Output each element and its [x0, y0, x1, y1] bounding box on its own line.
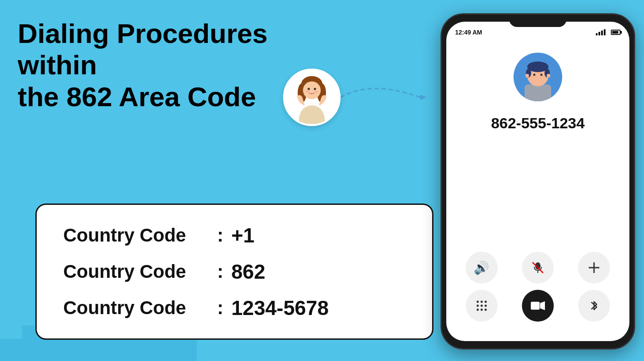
svg-rect-11 [0, 339, 24, 361]
info-row-1: Country Code : +1 [63, 217, 410, 253]
value-3: 1234-5678 [231, 296, 329, 320]
add-call-button[interactable] [578, 252, 610, 284]
info-row-3: Country Code : 1234-5678 [63, 290, 410, 326]
phone-notch [509, 15, 567, 27]
contact-avatar [514, 53, 562, 101]
mute-button[interactable] [522, 252, 554, 284]
caller-avatar [283, 69, 341, 126]
svg-point-37 [476, 301, 479, 303]
phone-mockup: 12:49 AM [441, 13, 635, 349]
controls-row-2 [453, 290, 622, 322]
video-button[interactable] [522, 290, 554, 322]
info-row-2: Country Code : 862 [63, 253, 410, 290]
bluetooth-button[interactable] [578, 290, 610, 322]
main-title: Dialing Procedures within the 862 Area C… [18, 18, 327, 112]
svg-point-20 [314, 91, 318, 93]
svg-point-30 [525, 74, 529, 77]
label-1: Country Code [63, 225, 209, 246]
keypad-button[interactable] [466, 290, 498, 322]
svg-point-44 [480, 309, 483, 311]
status-icons [596, 29, 621, 35]
svg-point-28 [533, 74, 536, 76]
svg-point-40 [476, 305, 479, 307]
speaker-button[interactable]: 🔊 [466, 252, 498, 284]
displayed-number: 862-555-1234 [491, 115, 585, 132]
svg-rect-46 [531, 302, 540, 310]
colon-3: : [209, 297, 231, 319]
phone-frame: 12:49 AM [441, 13, 635, 349]
label-3: Country Code [63, 297, 209, 319]
svg-marker-47 [540, 301, 545, 310]
info-card: Country Code : +1 Country Code : 862 Cou… [35, 204, 433, 340]
svg-point-43 [476, 309, 479, 311]
colon-1: : [209, 225, 231, 246]
svg-point-42 [484, 305, 487, 307]
colon-2: : [209, 261, 231, 282]
svg-point-45 [484, 309, 487, 311]
svg-point-18 [314, 88, 316, 90]
svg-point-19 [306, 91, 309, 93]
value-2: 862 [231, 260, 265, 284]
phone-screen: 12:49 AM [446, 22, 629, 341]
svg-point-39 [484, 301, 487, 303]
svg-point-29 [540, 74, 543, 76]
controls-row-1: 🔊 [453, 252, 622, 284]
label-2: Country Code [63, 261, 209, 282]
phone-controls: 🔊 [446, 252, 629, 341]
svg-point-41 [480, 305, 483, 307]
status-time: 12:49 AM [455, 29, 482, 36]
svg-point-16 [303, 81, 321, 99]
svg-point-38 [480, 301, 483, 303]
svg-rect-23 [525, 84, 551, 101]
battery-icon [611, 30, 621, 35]
value-1: +1 [231, 223, 254, 247]
svg-point-17 [308, 88, 310, 90]
svg-marker-21 [420, 95, 427, 100]
svg-point-31 [547, 74, 550, 77]
